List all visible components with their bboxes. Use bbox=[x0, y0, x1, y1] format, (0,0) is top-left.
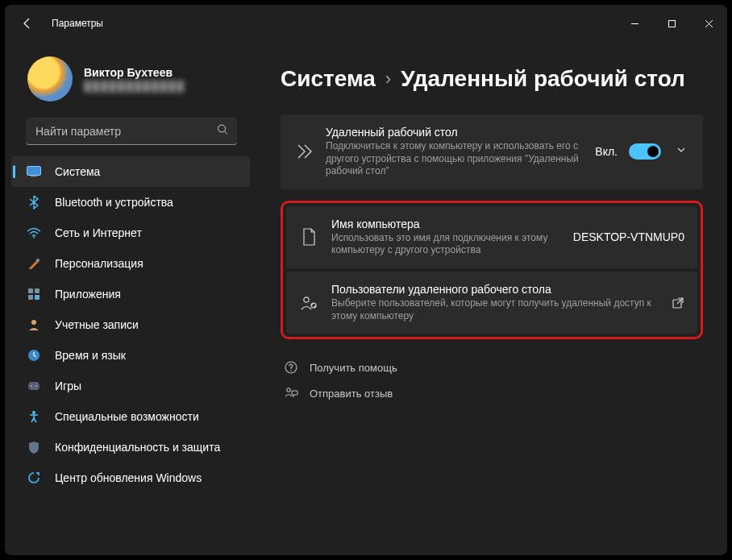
svg-point-14 bbox=[31, 320, 36, 325]
svg-rect-10 bbox=[28, 288, 33, 293]
title-bar: Параметры bbox=[5, 5, 727, 42]
svg-point-23 bbox=[290, 370, 292, 371]
page-title: Удаленный рабочий стол bbox=[401, 66, 685, 92]
nav-personalization[interactable]: Персонализация bbox=[11, 248, 250, 279]
open-external-icon[interactable] bbox=[672, 297, 684, 309]
chevron-right-icon: › bbox=[385, 68, 391, 89]
help-link[interactable]: Получить помощь bbox=[284, 360, 703, 375]
nav-accounts[interactable]: Учетные записи bbox=[11, 309, 250, 340]
nav-label: Сеть и Интернет bbox=[55, 226, 142, 239]
profile-email: ████████████ bbox=[84, 81, 185, 92]
pc-name-card[interactable]: Имя компьютера Использовать это имя для … bbox=[286, 206, 697, 268]
profile-name: Виктор Бухтеев bbox=[84, 66, 185, 79]
card-title: Пользователи удаленного рабочего стола bbox=[331, 283, 660, 296]
search-icon bbox=[217, 124, 229, 139]
svg-rect-11 bbox=[35, 288, 40, 293]
maximize-button[interactable] bbox=[653, 10, 690, 36]
card-title: Удаленный рабочий стол bbox=[326, 126, 595, 139]
search-input[interactable] bbox=[26, 118, 237, 145]
profile-block[interactable]: Виктор Бухтеев ████████████ bbox=[11, 47, 250, 113]
nav-gaming[interactable]: Игры bbox=[11, 371, 250, 401]
nav-network[interactable]: Сеть и Интернет bbox=[11, 218, 250, 248]
window-controls bbox=[616, 10, 727, 36]
nav-list: Система Bluetooth и устройства Сеть и Ин… bbox=[11, 156, 250, 493]
close-button[interactable] bbox=[690, 10, 727, 36]
nav-system[interactable]: Система bbox=[11, 156, 250, 187]
link-label: Получить помощь bbox=[310, 362, 397, 374]
avatar bbox=[27, 56, 73, 102]
chevron-down-icon[interactable] bbox=[672, 144, 690, 159]
svg-point-24 bbox=[287, 388, 290, 392]
pc-name-value: DESKTOP-VTNMUP0 bbox=[573, 230, 684, 243]
accounts-icon bbox=[26, 317, 42, 333]
nav-label: Персонализация bbox=[55, 257, 143, 270]
svg-point-20 bbox=[311, 303, 316, 308]
nav-label: Специальные возможности bbox=[55, 410, 199, 423]
feedback-link[interactable]: Отправить отзыв bbox=[284, 386, 703, 400]
update-icon bbox=[26, 470, 42, 486]
toggle-label: Вкл. bbox=[595, 145, 618, 158]
nav-label: Bluetooth и устройства bbox=[55, 196, 173, 209]
svg-point-4 bbox=[218, 125, 226, 132]
svg-rect-7 bbox=[31, 176, 37, 177]
sidebar: Виктор Бухтеев ████████████ Система Blue… bbox=[5, 42, 256, 555]
svg-point-16 bbox=[31, 385, 32, 387]
card-desc: Использовать это имя для подключения к э… bbox=[331, 232, 562, 257]
clock-icon bbox=[26, 347, 42, 363]
nav-label: Система bbox=[55, 165, 100, 178]
card-desc: Подключиться к этому компьютеру и исполь… bbox=[326, 140, 595, 178]
nav-bluetooth[interactable]: Bluetooth и устройства bbox=[11, 187, 250, 218]
nav-time-lang[interactable]: Время и язык bbox=[11, 340, 250, 371]
nav-privacy[interactable]: Конфиденциальность и защита bbox=[11, 432, 250, 463]
settings-window: Параметры Виктор Бухтеев ████████████ bbox=[5, 5, 727, 555]
back-button[interactable] bbox=[18, 14, 37, 33]
svg-rect-25 bbox=[292, 391, 297, 395]
users-icon bbox=[297, 284, 320, 321]
gaming-icon bbox=[26, 378, 42, 394]
nav-windows-update[interactable]: Центр обновления Windows bbox=[11, 463, 250, 493]
rdp-users-card[interactable]: Пользователи удаленного рабочего стола В… bbox=[286, 272, 697, 334]
nav-apps[interactable]: Приложения bbox=[11, 279, 250, 309]
window-title: Параметры bbox=[52, 18, 103, 29]
svg-rect-1 bbox=[668, 20, 675, 27]
shield-icon bbox=[26, 439, 42, 455]
breadcrumb-parent[interactable]: Система bbox=[281, 66, 376, 92]
paint-icon bbox=[26, 255, 42, 272]
accessibility-icon bbox=[26, 409, 42, 425]
card-desc: Выберите пользователей, которые могут по… bbox=[331, 297, 660, 322]
nav-label: Время и язык bbox=[55, 349, 126, 362]
breadcrumb: Система › Удаленный рабочий стол bbox=[281, 66, 703, 92]
highlighted-region: Имя компьютера Использовать это имя для … bbox=[281, 201, 703, 339]
apps-icon bbox=[26, 286, 42, 302]
footer-links: Получить помощь Отправить отзыв bbox=[281, 360, 703, 400]
system-icon bbox=[26, 164, 42, 180]
nav-label: Конфиденциальность и защита bbox=[55, 441, 220, 454]
rdp-icon bbox=[292, 133, 314, 170]
wifi-icon bbox=[26, 225, 42, 241]
nav-label: Учетные записи bbox=[55, 318, 139, 331]
bluetooth-icon bbox=[26, 194, 42, 210]
card-title: Имя компьютера bbox=[331, 218, 562, 230]
nav-accessibility[interactable]: Специальные возможности bbox=[11, 401, 250, 432]
nav-label: Центр обновления Windows bbox=[55, 471, 202, 484]
rdp-toggle[interactable] bbox=[629, 143, 661, 160]
rdp-toggle-card[interactable]: Удаленный рабочий стол Подключиться к эт… bbox=[281, 114, 703, 189]
svg-rect-6 bbox=[27, 167, 41, 176]
nav-label: Игры bbox=[55, 380, 81, 392]
file-icon bbox=[297, 218, 320, 255]
nav-label: Приложения bbox=[55, 288, 121, 301]
minimize-button[interactable] bbox=[616, 10, 653, 36]
search-wrap bbox=[26, 118, 237, 145]
svg-line-5 bbox=[225, 131, 228, 135]
svg-point-8 bbox=[33, 237, 35, 239]
main-content: Система › Удаленный рабочий стол Удаленн… bbox=[256, 42, 727, 555]
svg-point-17 bbox=[35, 385, 37, 387]
svg-point-18 bbox=[32, 411, 35, 414]
svg-rect-13 bbox=[35, 295, 40, 300]
svg-point-19 bbox=[304, 297, 309, 301]
link-label: Отправить отзыв bbox=[310, 388, 393, 400]
svg-rect-12 bbox=[28, 295, 33, 300]
